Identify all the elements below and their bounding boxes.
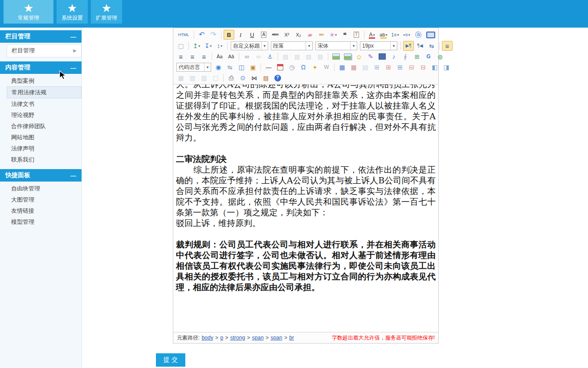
insert-title-icon[interactable]: ⊞ <box>372 62 382 72</box>
collapse-icon[interactable]: — <box>70 65 76 71</box>
indent-icon[interactable]: ▶¶ <box>403 41 414 51</box>
sidebar-item-free-block-management[interactable]: 自由块管理 <box>7 183 82 194</box>
line-height-icon[interactable]: ↕▾ <box>214 41 225 51</box>
split-rows-icon[interactable]: ▥ <box>187 73 198 83</box>
clipboard-icon[interactable]: ▤ <box>261 73 271 83</box>
google-map-icon[interactable]: G <box>423 52 434 61</box>
bold-icon[interactable]: B <box>224 30 234 40</box>
multi-image-icon[interactable] <box>342 52 353 61</box>
blockquote-icon[interactable]: ❝ <box>339 30 350 40</box>
insert-table-icon[interactable]: ▦ <box>337 62 347 72</box>
html-source-icon[interactable]: HTML <box>176 30 192 40</box>
split-cells-icon[interactable]: ▢ <box>210 73 221 83</box>
path-link[interactable]: span <box>271 335 282 341</box>
path-link[interactable]: body <box>202 335 213 341</box>
sidebar-section-column-management[interactable]: 栏目管理— <box>0 30 82 43</box>
sidebar-item-legal-documents[interactable]: 法律文书 <box>7 98 82 109</box>
select-all-icon[interactable]: ⓐ <box>413 30 424 40</box>
paragraph-spacing-top-icon[interactable]: ↥▾ <box>191 41 202 51</box>
special-chars-icon[interactable]: Ω <box>298 62 309 72</box>
insert-row-icon[interactable]: ⊞ <box>383 62 394 72</box>
insert-frame-icon[interactable]: ◍ <box>435 52 445 61</box>
horizontal-rule-icon[interactable]: — <box>263 62 274 72</box>
ordered-list-icon[interactable]: 1≡▾ <box>390 30 400 40</box>
new-document-icon[interactable]: ▢ <box>176 41 186 51</box>
screenshot-icon[interactable]: ▣ <box>248 62 258 72</box>
insert-col-icon[interactable]: ⊞ <box>395 62 405 72</box>
unlink-icon[interactable]: ∞ <box>253 52 264 61</box>
eraser-icon[interactable]: ▰ <box>305 30 315 40</box>
path-link[interactable]: strong <box>230 335 245 341</box>
uppercase-icon[interactable]: Âa <box>214 52 225 61</box>
music-icon[interactable]: ♪ <box>388 52 399 61</box>
time-icon[interactable]: ◷ <box>286 62 297 72</box>
merge-right-icon[interactable]: ◧ <box>429 62 440 72</box>
delete-row-icon[interactable]: ⊟ <box>406 62 417 72</box>
tab-system-settings[interactable]: ★系统设置 <box>57 0 88 24</box>
autotypeset-icon[interactable]: ✳▾ <box>328 30 339 40</box>
delete-table-icon[interactable]: ▦ <box>348 62 359 72</box>
link-icon[interactable]: ∞ <box>241 52 252 61</box>
doc-key-icon[interactable]: ✦ <box>310 62 320 72</box>
sidebar-item-common-laws[interactable]: 常用法律法规 <box>7 86 82 98</box>
custom-title-select[interactable]: 自定义标题▾ <box>231 41 268 50</box>
subscript-icon[interactable]: X₂ <box>293 30 304 40</box>
align-center-icon[interactable]: ≡ <box>176 52 186 61</box>
italic-icon[interactable]: I <box>235 30 246 40</box>
help-icon[interactable]: ? <box>272 73 283 83</box>
align-justify-icon[interactable]: ≡ <box>199 52 209 61</box>
attachment-icon[interactable]: ∮ <box>400 52 411 61</box>
sidebar-item-partner-lawyer-team[interactable]: 合作律师团队 <box>7 121 82 132</box>
code-language-select[interactable]: 代码语言▾ <box>176 63 211 72</box>
format-brush-icon[interactable]: ✏ <box>316 30 327 40</box>
path-link[interactable]: span <box>252 335 264 341</box>
outdent-icon[interactable]: ¶◀ <box>415 41 425 51</box>
anchor-icon[interactable]: ⚓ <box>265 52 275 61</box>
sidebar-item-banner-management[interactable]: 大图管理 <box>7 194 82 205</box>
search-replace-icon[interactable]: ⋈ <box>249 73 260 83</box>
image-right-icon[interactable]: ▤ <box>303 52 314 61</box>
delete-col-icon[interactable]: ⊟ <box>418 62 429 72</box>
fullscreen-icon[interactable] <box>425 30 436 40</box>
path-link[interactable]: p <box>220 335 223 341</box>
tab-general-management[interactable]: ★常规管理 <box>4 0 53 24</box>
underline-icon[interactable]: U <box>247 30 257 40</box>
highlight-color-icon[interactable]: ab▾ <box>378 30 389 40</box>
scrawl-icon[interactable]: ✎ <box>365 52 376 61</box>
sidebar-section-content-management[interactable]: 内容管理— <box>0 61 82 74</box>
date-icon[interactable] <box>275 62 286 72</box>
split-cols-icon[interactable]: ▥ <box>199 73 209 83</box>
sidebar-item-column-management[interactable]: 栏目管理▶ <box>7 44 82 57</box>
map-icon[interactable]: ⊞ <box>412 52 422 61</box>
sidebar-item-legal-notice[interactable]: 法律声明 <box>7 143 82 154</box>
word-image-icon[interactable]: W <box>321 62 332 72</box>
collapse-icon[interactable]: — <box>70 172 76 179</box>
path-link[interactable]: br <box>289 335 294 341</box>
align-left-icon[interactable]: ≡ <box>442 41 453 51</box>
table-caption-icon[interactable]: ▤ <box>360 62 371 72</box>
sidebar-item-contact-us[interactable]: 联系我们 <box>7 154 82 165</box>
sidebar-item-model-management[interactable]: 模型管理 <box>7 216 82 227</box>
insert-image-icon[interactable] <box>331 52 341 61</box>
merge-cells-icon[interactable]: ▦ <box>176 73 186 83</box>
paragraph-spacing-bottom-icon[interactable]: ↧▾ <box>203 41 213 51</box>
template-icon[interactable]: ◫ <box>236 62 247 72</box>
align-right-icon[interactable]: ≡ <box>187 52 198 61</box>
redo-icon[interactable]: ↷ <box>208 30 219 40</box>
video-icon[interactable] <box>377 52 388 61</box>
font-family-select[interactable]: 宋体▾ <box>315 41 357 50</box>
image-center-icon[interactable]: ▤ <box>292 52 302 61</box>
tab-extension-management[interactable]: ★扩展管理 <box>91 0 122 24</box>
undo-icon[interactable]: ↶ <box>196 30 207 40</box>
merge-down-icon[interactable]: ◨ <box>441 62 452 72</box>
auto-wrap-icon[interactable]: ⇆ <box>426 41 437 51</box>
image-inline-icon[interactable]: ▤ <box>315 52 326 61</box>
page-break-icon[interactable]: ↹ <box>225 62 235 72</box>
sidebar-item-theory-perspective[interactable]: 理论视野 <box>7 109 82 121</box>
paragraph-select[interactable]: 段落▾ <box>271 41 313 50</box>
submit-button[interactable]: 提 交 <box>156 353 185 367</box>
paste-text-icon[interactable]: T <box>351 30 362 40</box>
insert-code-icon[interactable]: ◉ <box>213 62 224 72</box>
font-size-select[interactable]: 19px▾ <box>360 41 397 50</box>
unordered-list-icon[interactable]: •≡▾ <box>401 30 412 40</box>
